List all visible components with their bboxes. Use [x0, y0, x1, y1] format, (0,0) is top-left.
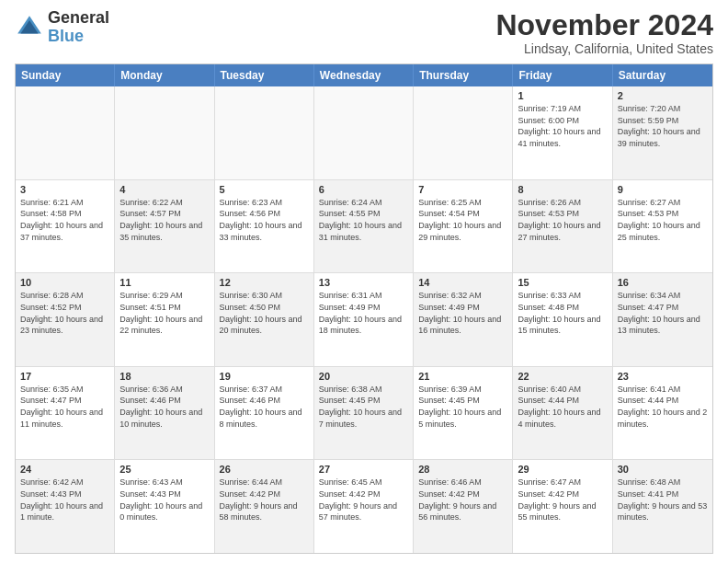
calendar-cell: 30Sunrise: 6:48 AM Sunset: 4:41 PM Dayli… [613, 460, 712, 553]
calendar-cell: 29Sunrise: 6:47 AM Sunset: 4:42 PM Dayli… [513, 460, 612, 553]
calendar-cell: 3Sunrise: 6:21 AM Sunset: 4:58 PM Daylig… [16, 180, 115, 273]
calendar-cell: 7Sunrise: 6:25 AM Sunset: 4:54 PM Daylig… [414, 180, 513, 273]
calendar-body: 1Sunrise: 7:19 AM Sunset: 6:00 PM Daylig… [16, 86, 712, 553]
calendar-header: SundayMondayTuesdayWednesdayThursdayFrid… [16, 64, 712, 86]
calendar-title: November 2024 [495, 9, 713, 41]
day-info: Sunrise: 6:33 AM Sunset: 4:48 PM Dayligh… [518, 290, 607, 336]
day-number: 21 [418, 371, 507, 382]
day-number: 30 [618, 464, 708, 475]
day-info: Sunrise: 6:23 AM Sunset: 4:56 PM Dayligh… [220, 197, 309, 243]
calendar-cell: 19Sunrise: 6:37 AM Sunset: 4:46 PM Dayli… [215, 367, 314, 460]
day-number: 3 [20, 184, 109, 195]
calendar-cell: 1Sunrise: 7:19 AM Sunset: 6:00 PM Daylig… [513, 86, 612, 179]
calendar-cell: 5Sunrise: 6:23 AM Sunset: 4:56 PM Daylig… [215, 180, 314, 273]
day-number: 26 [220, 464, 309, 475]
day-info: Sunrise: 6:32 AM Sunset: 4:49 PM Dayligh… [418, 290, 507, 336]
day-info: Sunrise: 6:44 AM Sunset: 4:42 PM Dayligh… [220, 477, 309, 523]
calendar-cell [414, 86, 513, 179]
day-info: Sunrise: 6:31 AM Sunset: 4:49 PM Dayligh… [319, 290, 408, 336]
day-info: Sunrise: 6:47 AM Sunset: 4:42 PM Dayligh… [518, 477, 607, 523]
day-info: Sunrise: 6:30 AM Sunset: 4:50 PM Dayligh… [220, 290, 309, 336]
day-number: 18 [119, 371, 209, 382]
day-number: 16 [618, 277, 708, 288]
day-number: 29 [518, 464, 607, 475]
day-info: Sunrise: 6:37 AM Sunset: 4:46 PM Dayligh… [220, 384, 309, 430]
day-number: 14 [418, 277, 507, 288]
day-number: 8 [518, 184, 607, 195]
logo-blue: Blue [48, 28, 109, 46]
day-number: 27 [319, 464, 408, 475]
calendar-row: 10Sunrise: 6:28 AM Sunset: 4:52 PM Dayli… [16, 273, 712, 367]
weekday-header: Sunday [16, 64, 115, 86]
calendar-cell [314, 86, 414, 179]
calendar-cell: 20Sunrise: 6:38 AM Sunset: 4:45 PM Dayli… [314, 367, 414, 460]
day-number: 12 [220, 277, 309, 288]
logo-icon [15, 13, 44, 42]
calendar-cell: 27Sunrise: 6:45 AM Sunset: 4:42 PM Dayli… [314, 460, 414, 553]
day-number: 22 [518, 371, 607, 382]
day-info: Sunrise: 6:34 AM Sunset: 4:47 PM Dayligh… [618, 290, 708, 336]
day-info: Sunrise: 6:38 AM Sunset: 4:45 PM Dayligh… [319, 384, 408, 430]
calendar-cell [16, 86, 115, 179]
weekday-header: Tuesday [215, 64, 314, 86]
weekday-header: Saturday [613, 64, 712, 86]
day-info: Sunrise: 6:36 AM Sunset: 4:46 PM Dayligh… [119, 384, 209, 430]
day-info: Sunrise: 6:21 AM Sunset: 4:58 PM Dayligh… [20, 197, 109, 243]
calendar-cell: 25Sunrise: 6:43 AM Sunset: 4:43 PM Dayli… [115, 460, 214, 553]
calendar-subtitle: Lindsay, California, United States [495, 41, 713, 56]
logo-text: General Blue [48, 9, 109, 46]
day-number: 28 [418, 464, 507, 475]
day-info: Sunrise: 6:28 AM Sunset: 4:52 PM Dayligh… [20, 290, 109, 336]
day-info: Sunrise: 6:29 AM Sunset: 4:51 PM Dayligh… [119, 290, 209, 336]
day-info: Sunrise: 6:25 AM Sunset: 4:54 PM Dayligh… [418, 197, 507, 243]
logo-general: General [48, 9, 109, 28]
day-number: 23 [618, 371, 708, 382]
calendar-cell: 22Sunrise: 6:40 AM Sunset: 4:44 PM Dayli… [513, 367, 612, 460]
calendar-cell: 12Sunrise: 6:30 AM Sunset: 4:50 PM Dayli… [215, 273, 314, 366]
day-number: 10 [20, 277, 109, 288]
header: General Blue November 2024 Lindsay, Cali… [15, 9, 713, 56]
day-info: Sunrise: 6:35 AM Sunset: 4:47 PM Dayligh… [20, 384, 109, 430]
calendar-cell: 8Sunrise: 6:26 AM Sunset: 4:53 PM Daylig… [513, 180, 612, 273]
day-info: Sunrise: 7:20 AM Sunset: 5:59 PM Dayligh… [618, 103, 708, 149]
calendar-cell: 2Sunrise: 7:20 AM Sunset: 5:59 PM Daylig… [613, 86, 712, 179]
day-info: Sunrise: 6:41 AM Sunset: 4:44 PM Dayligh… [618, 384, 708, 430]
calendar-cell: 24Sunrise: 6:42 AM Sunset: 4:43 PM Dayli… [16, 460, 115, 553]
day-number: 25 [119, 464, 209, 475]
day-info: Sunrise: 6:48 AM Sunset: 4:41 PM Dayligh… [618, 477, 708, 523]
day-info: Sunrise: 6:26 AM Sunset: 4:53 PM Dayligh… [518, 197, 607, 243]
logo: General Blue [15, 9, 109, 46]
calendar-cell: 14Sunrise: 6:32 AM Sunset: 4:49 PM Dayli… [414, 273, 513, 366]
calendar-cell: 17Sunrise: 6:35 AM Sunset: 4:47 PM Dayli… [16, 367, 115, 460]
calendar-cell: 28Sunrise: 6:46 AM Sunset: 4:42 PM Dayli… [414, 460, 513, 553]
day-info: Sunrise: 6:27 AM Sunset: 4:53 PM Dayligh… [618, 197, 708, 243]
day-number: 15 [518, 277, 607, 288]
calendar-cell [115, 86, 214, 179]
weekday-header: Monday [115, 64, 214, 86]
calendar-cell: 11Sunrise: 6:29 AM Sunset: 4:51 PM Dayli… [115, 273, 214, 366]
calendar-cell: 6Sunrise: 6:24 AM Sunset: 4:55 PM Daylig… [314, 180, 414, 273]
calendar-cell: 15Sunrise: 6:33 AM Sunset: 4:48 PM Dayli… [513, 273, 612, 366]
day-number: 17 [20, 371, 109, 382]
day-number: 1 [518, 90, 607, 101]
day-number: 2 [618, 90, 708, 101]
calendar-cell: 9Sunrise: 6:27 AM Sunset: 4:53 PM Daylig… [613, 180, 712, 273]
calendar-cell: 16Sunrise: 6:34 AM Sunset: 4:47 PM Dayli… [613, 273, 712, 366]
day-info: Sunrise: 6:39 AM Sunset: 4:45 PM Dayligh… [418, 384, 507, 430]
weekday-header: Friday [513, 64, 612, 86]
day-number: 5 [220, 184, 309, 195]
calendar-cell: 18Sunrise: 6:36 AM Sunset: 4:46 PM Dayli… [115, 367, 214, 460]
day-number: 4 [119, 184, 209, 195]
calendar-cell: 23Sunrise: 6:41 AM Sunset: 4:44 PM Dayli… [613, 367, 712, 460]
page: General Blue November 2024 Lindsay, Cali… [0, 0, 728, 563]
calendar-row: 24Sunrise: 6:42 AM Sunset: 4:43 PM Dayli… [16, 460, 712, 553]
day-info: Sunrise: 6:22 AM Sunset: 4:57 PM Dayligh… [119, 197, 209, 243]
day-number: 11 [119, 277, 209, 288]
day-number: 24 [20, 464, 109, 475]
weekday-header: Wednesday [314, 64, 414, 86]
calendar-row: 1Sunrise: 7:19 AM Sunset: 6:00 PM Daylig… [16, 86, 712, 180]
day-number: 9 [618, 184, 708, 195]
calendar-cell: 13Sunrise: 6:31 AM Sunset: 4:49 PM Dayli… [314, 273, 414, 366]
calendar: SundayMondayTuesdayWednesdayThursdayFrid… [15, 63, 713, 554]
day-number: 13 [319, 277, 408, 288]
